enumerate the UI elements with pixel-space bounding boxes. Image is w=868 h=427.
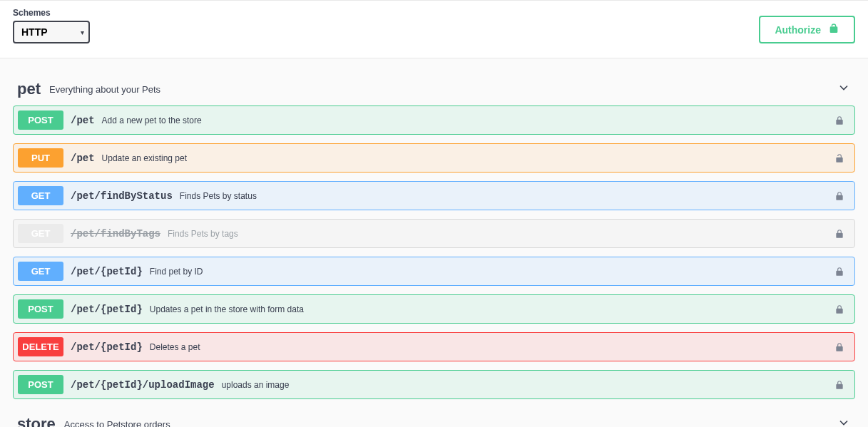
operation-row[interactable]: GET /pet/{petId} Find pet by ID — [13, 257, 855, 286]
operation-path: /pet — [71, 153, 95, 164]
operation-path: /pet/{petId} — [71, 266, 143, 277]
tag-section-store: store Access to Petstore orders — [13, 408, 855, 427]
authorize-button[interactable]: Authorize — [759, 16, 855, 43]
operation-row-deprecated[interactable]: GET /pet/findByTags Finds Pets by tags — [13, 219, 855, 248]
lock-icon[interactable] — [834, 341, 844, 353]
operation-path: /pet/{petId} — [71, 341, 143, 353]
method-badge: DELETE — [18, 337, 63, 356]
lock-icon[interactable] — [834, 379, 844, 391]
lock-icon[interactable] — [834, 115, 844, 126]
operation-row[interactable]: POST /pet/{petId}/uploadImage uploads an… — [13, 370, 855, 399]
operation-path: /pet/findByTags — [71, 228, 160, 240]
method-badge: GET — [18, 186, 63, 205]
tag-header-store[interactable]: store Access to Petstore orders — [13, 408, 855, 427]
operation-row[interactable]: POST /pet/{petId} Updates a pet in the s… — [13, 294, 855, 324]
operation-summary: uploads an image — [222, 380, 827, 390]
content: pet Everything about your Pets POST /pet… — [0, 58, 868, 427]
operation-row[interactable]: GET /pet/findByStatus Finds Pets by stat… — [13, 181, 855, 210]
operation-summary: Finds Pets by status — [180, 191, 827, 201]
lock-icon[interactable] — [834, 304, 844, 315]
schemes-select[interactable]: HTTP — [13, 21, 90, 43]
schemes-select-wrap: HTTP ▾ — [13, 21, 90, 43]
tag-section-pet: pet Everything about your Pets POST /pet… — [13, 73, 855, 399]
chevron-down-icon — [837, 416, 851, 428]
operation-summary: Deletes a pet — [150, 342, 827, 352]
lock-icon[interactable] — [834, 190, 844, 202]
operation-summary: Finds Pets by tags — [168, 229, 827, 239]
tag-name: pet — [17, 80, 41, 98]
operation-path: /pet/{petId} — [71, 304, 143, 315]
operation-path: /pet/findByStatus — [71, 190, 173, 202]
operation-row[interactable]: POST /pet Add a new pet to the store — [13, 106, 855, 135]
operation-summary: Find pet by ID — [150, 267, 827, 277]
unlock-icon[interactable] — [834, 153, 844, 164]
top-bar: Schemes HTTP ▾ Authorize — [0, 0, 868, 58]
tag-description: Access to Petstore orders — [64, 419, 837, 428]
operation-row[interactable]: DELETE /pet/{petId} Deletes a pet — [13, 332, 855, 361]
method-badge: POST — [18, 110, 63, 130]
tag-header-pet[interactable]: pet Everything about your Pets — [13, 73, 855, 106]
schemes-container: Schemes HTTP ▾ — [13, 8, 90, 43]
schemes-label: Schemes — [13, 8, 90, 18]
operation-path: /pet/{petId}/uploadImage — [71, 379, 215, 391]
operation-list-pet: POST /pet Add a new pet to the store PUT… — [13, 106, 855, 399]
operation-path: /pet — [71, 115, 95, 126]
operation-summary: Add a new pet to the store — [102, 115, 827, 125]
operation-row[interactable]: PUT /pet Update an existing pet — [13, 143, 855, 173]
method-badge: GET — [18, 262, 63, 281]
lock-icon[interactable] — [834, 228, 844, 240]
tag-description: Everything about your Pets — [49, 84, 837, 95]
method-badge: PUT — [18, 148, 63, 168]
method-badge: POST — [18, 375, 63, 394]
method-badge: GET — [18, 224, 63, 243]
authorize-label: Authorize — [775, 24, 821, 36]
operation-summary: Update an existing pet — [102, 153, 827, 163]
method-badge: POST — [18, 299, 63, 319]
operation-summary: Updates a pet in the store with form dat… — [150, 304, 827, 314]
unlock-icon — [828, 23, 839, 36]
lock-icon[interactable] — [834, 266, 844, 277]
tag-name: store — [17, 415, 56, 427]
chevron-down-icon — [837, 81, 851, 98]
